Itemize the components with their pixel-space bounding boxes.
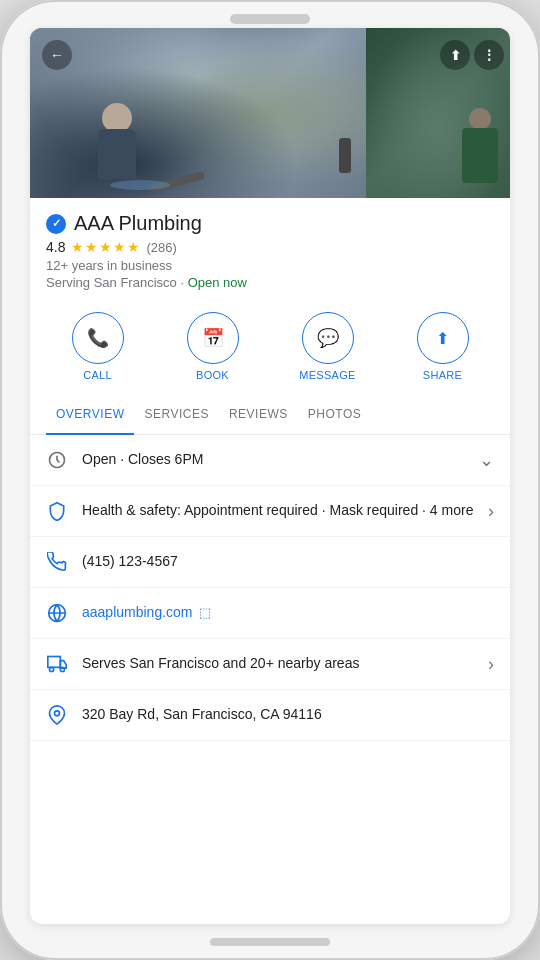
message-icon: 💬 <box>317 327 339 349</box>
external-link-icon: ⬚ <box>199 604 211 622</box>
service-area-chevron: › <box>488 654 494 675</box>
verified-badge: ✓ <box>46 214 66 234</box>
svg-point-5 <box>55 711 60 716</box>
back-button[interactable]: ← <box>42 40 72 70</box>
clock-icon <box>46 449 68 471</box>
call-label: CALL <box>83 369 112 381</box>
more-header-button[interactable]: ⋮ <box>474 40 504 70</box>
phone-icon <box>46 551 68 573</box>
phone-frame: ← ⬆ ⋮ ✓ AAA Plumbing 4.8 ★ ★ <box>0 0 540 960</box>
star-5: ★ <box>127 239 140 255</box>
phone-notch-top <box>230 14 310 24</box>
image-area-inner <box>30 28 510 198</box>
message-button-circle: 💬 <box>302 312 354 364</box>
share-label: SHARE <box>423 369 462 381</box>
share-header-icon: ⬆ <box>450 48 461 63</box>
share-button-circle: ⬆ <box>417 312 469 364</box>
serving-status-row: Serving San Francisco · Open now <box>46 275 494 290</box>
share-icon: ⬆ <box>436 329 449 348</box>
message-action[interactable]: 💬 MESSAGE <box>276 312 379 381</box>
svg-point-4 <box>60 667 64 671</box>
business-info: ✓ AAA Plumbing 4.8 ★ ★ ★ ★ ★ (286) 12+ y… <box>30 198 510 302</box>
tabs-bar: OVERVIEW SERVICES REVIEWS PHOTOS <box>30 395 510 435</box>
phone-screen: ← ⬆ ⋮ ✓ AAA Plumbing 4.8 ★ ★ <box>30 28 510 924</box>
hours-row[interactable]: Open · Closes 6PM ⌄ <box>30 435 510 486</box>
back-icon: ← <box>50 47 64 63</box>
hours-text: Open · Closes 6PM <box>82 450 465 470</box>
book-button-circle: 📅 <box>187 312 239 364</box>
svg-point-3 <box>50 667 54 671</box>
call-action[interactable]: 📞 CALL <box>46 312 149 381</box>
rating-row: 4.8 ★ ★ ★ ★ ★ (286) <box>46 239 494 255</box>
action-buttons-row: 📞 CALL 📅 BOOK 💬 MESSAGE ⬆ SHAR <box>30 302 510 395</box>
service-area-text: Serves San Francisco and 20+ nearby area… <box>82 654 474 674</box>
image-area: ← ⬆ ⋮ <box>30 28 510 198</box>
tab-services[interactable]: SERVICES <box>134 395 218 435</box>
star-3: ★ <box>99 239 112 255</box>
phone-text: (415) 123-4567 <box>82 552 494 572</box>
shield-icon <box>46 500 68 522</box>
website-url: aaaplumbing.com <box>82 603 193 623</box>
tab-photos[interactable]: PHOTOS <box>298 395 371 435</box>
address-text: 320 Bay Rd, San Francisco, CA 94116 <box>82 705 494 725</box>
website-row[interactable]: aaaplumbing.com ⬚ <box>30 588 510 639</box>
share-action[interactable]: ⬆ SHARE <box>391 312 494 381</box>
star-rating: ★ ★ ★ ★ ★ <box>71 239 140 255</box>
address-row[interactable]: 320 Bay Rd, San Francisco, CA 94116 <box>30 690 510 741</box>
more-header-icon: ⋮ <box>482 47 496 63</box>
website-text: aaaplumbing.com ⬚ <box>82 603 494 623</box>
serving-text: Serving San Francisco <box>46 275 177 290</box>
book-icon: 📅 <box>202 327 224 349</box>
phone-notch-bottom <box>210 938 330 946</box>
open-status: Open now <box>188 275 247 290</box>
svg-rect-2 <box>48 657 61 668</box>
star-2: ★ <box>85 239 98 255</box>
globe-icon <box>46 602 68 624</box>
health-safety-chevron: › <box>488 501 494 522</box>
hours-expand-icon: ⌄ <box>479 449 494 471</box>
tab-reviews[interactable]: REVIEWS <box>219 395 298 435</box>
tab-overview[interactable]: OVERVIEW <box>46 395 134 435</box>
health-safety-text: Health & safety: Appointment required · … <box>82 501 474 521</box>
service-area-row[interactable]: Serves San Francisco and 20+ nearby area… <box>30 639 510 690</box>
location-icon <box>46 704 68 726</box>
rating-number: 4.8 <box>46 239 65 255</box>
photo-main <box>30 28 366 198</box>
health-safety-row[interactable]: Health & safety: Appointment required · … <box>30 486 510 537</box>
call-button-circle: 📞 <box>72 312 124 364</box>
separator: · <box>180 275 187 290</box>
info-list: Open · Closes 6PM ⌄ Health & safety: App… <box>30 435 510 924</box>
business-name: AAA Plumbing <box>74 212 202 235</box>
phone-row[interactable]: (415) 123-4567 <box>30 537 510 588</box>
call-icon: 📞 <box>87 327 109 349</box>
message-label: MESSAGE <box>299 369 356 381</box>
years-in-business: 12+ years in business <box>46 258 494 273</box>
verified-checkmark: ✓ <box>52 217 61 230</box>
review-count: (286) <box>146 240 176 255</box>
business-name-row: ✓ AAA Plumbing <box>46 212 494 235</box>
share-header-button[interactable]: ⬆ <box>440 40 470 70</box>
truck-icon <box>46 653 68 675</box>
star-4: ★ <box>113 239 126 255</box>
star-1: ★ <box>71 239 84 255</box>
book-label: BOOK <box>196 369 229 381</box>
book-action[interactable]: 📅 BOOK <box>161 312 264 381</box>
